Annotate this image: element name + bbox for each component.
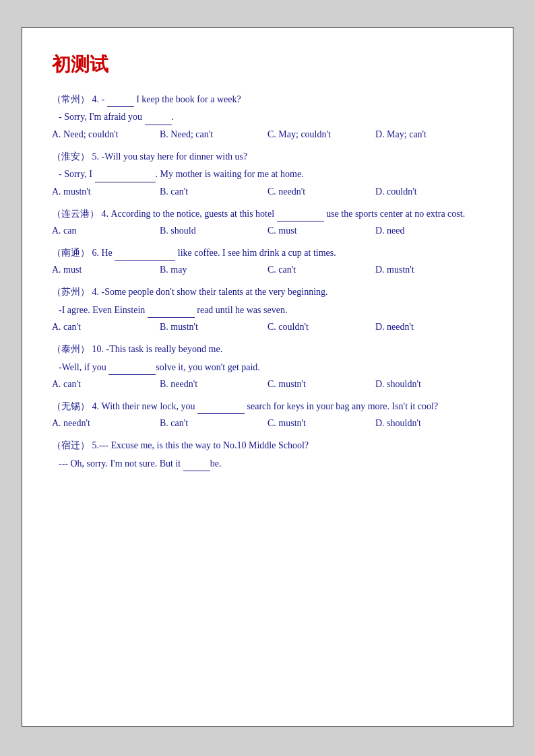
page-title: 初测试 [52, 52, 483, 77]
q6-opt-b: B. needn't [160, 379, 268, 390]
q2-number: 5. -Will you stay here for dinner with u… [92, 151, 248, 162]
q8-blank [183, 462, 210, 471]
q5-stem2: -I agree. Even Einstein read until he wa… [59, 303, 483, 318]
q7-opt-a: A. needn't [52, 418, 160, 429]
q3-opt-d: D. need [375, 226, 483, 236]
q1-opt-d: D. May; can't [375, 129, 483, 140]
q4-number: 6. He [92, 248, 115, 258]
q8-stem: （宿迁） 5.--- Excuse me, is this the way to… [52, 438, 483, 453]
q1-options: A. Need; couldn't B. Need; can't C. May;… [52, 129, 483, 140]
q6-region: （泰州） [52, 344, 90, 354]
q7-opt-d: D. shouldn't [375, 418, 483, 429]
q5-options: A. can't B. mustn't C. couldn't D. needn… [52, 322, 483, 333]
question-block-q5: （苏州） 4. -Some people don't show their ta… [52, 285, 483, 333]
q5-number: 4. -Some people don't show their talents… [92, 287, 328, 297]
q7-stem-end: search for keys in your bag any more. Is… [247, 401, 439, 411]
q6-number: 10. -This task is really beyond me. [92, 344, 223, 354]
q3-number: 4. According to the notice, guests at th… [102, 209, 277, 219]
q5-opt-b: B. mustn't [160, 322, 268, 333]
q5-blank [148, 308, 195, 318]
q5-opt-c: C. couldn't [268, 322, 375, 333]
q2-stem2: - Sorry, I . My mother is waiting for me… [59, 167, 483, 182]
q1-opt-b: B. Need; can't [160, 129, 268, 140]
q5-opt-a: A. can't [52, 322, 160, 333]
q8-region: （宿迁） [52, 440, 90, 450]
q4-opt-d: D. mustn't [375, 265, 483, 275]
q3-options: A. can B. should C. must D. need [52, 226, 483, 236]
q2-stem: （淮安） 5. -Will you stay here for dinner w… [52, 149, 483, 164]
q3-blank [277, 212, 324, 221]
question-block-q7: （无锡） 4. With their new lock, you search … [52, 399, 483, 429]
q1-opt-c: C. May; couldn't [268, 129, 375, 140]
q6-options: A. can't B. needn't C. mustn't D. should… [52, 379, 483, 390]
q6-stem: （泰州） 10. -This task is really beyond me. [52, 342, 483, 357]
q4-options: A. must B. may C. can't D. mustn't [52, 265, 483, 275]
q7-opt-b: B. can't [160, 418, 268, 429]
q5-region: （苏州） [52, 287, 90, 297]
q4-blank [115, 251, 175, 261]
q7-opt-c: C. mustn't [268, 418, 375, 429]
q4-stem-end: like coffee. I see him drink a cup at ti… [178, 248, 336, 258]
q7-number: 4. With their new lock, you [92, 401, 198, 411]
q1-number: 4. - [92, 94, 107, 104]
question-block-q8: （宿迁） 5.--- Excuse me, is this the way to… [52, 438, 483, 471]
q4-opt-c: C. can't [268, 265, 375, 275]
q1-stem2: - Sorry, I'm afraid you . [59, 110, 483, 125]
q6-stem2: -Well, if you solve it, you won't get pa… [59, 360, 483, 375]
q4-stem: （南通） 6. He like coffee. I see him drink … [52, 246, 483, 261]
q3-opt-a: A. can [52, 226, 160, 236]
q8-number: 5.--- Excuse me, is this the way to No.1… [92, 440, 309, 450]
question-block-q4: （南通） 6. He like coffee. I see him drink … [52, 246, 483, 275]
q2-opt-b: B. can't [160, 186, 268, 197]
q5-opt-d: D. needn't [375, 322, 483, 333]
q1-blank1 [107, 98, 134, 107]
question-block-q2: （淮安） 5. -Will you stay here for dinner w… [52, 149, 483, 197]
q1-stem: （常州） 4. - I keep the book for a week? [52, 92, 483, 107]
question-block-q1: （常州） 4. - I keep the book for a week? - … [52, 92, 483, 140]
question-block-q6: （泰州） 10. -This task is really beyond me.… [52, 342, 483, 390]
q7-blank [197, 405, 245, 414]
q6-opt-a: A. can't [52, 379, 160, 390]
q3-opt-c: C. must [268, 226, 375, 236]
q4-region: （南通） [52, 248, 90, 258]
q7-stem: （无锡） 4. With their new lock, you search … [52, 399, 483, 414]
question-block-q3: （连云港） 4. According to the notice, guests… [52, 207, 483, 236]
q1-stem-text: I keep the book for a week? [136, 94, 241, 104]
q7-options: A. needn't B. can't C. mustn't D. should… [52, 418, 483, 429]
q2-opt-a: A. mustn't [52, 186, 160, 197]
q6-opt-d: D. shouldn't [375, 379, 483, 390]
q1-blank2 [145, 116, 172, 125]
q1-region: （常州） [52, 94, 90, 104]
q4-opt-a: A. must [52, 265, 160, 275]
q8-stem2: --- Oh, sorry. I'm not sure. But it be. [59, 456, 483, 471]
q1-opt-a: A. Need; couldn't [52, 129, 160, 140]
q2-options: A. mustn't B. can't C. needn't D. couldn… [52, 186, 483, 197]
q4-opt-b: B. may [160, 265, 268, 275]
q3-stem: （连云港） 4. According to the notice, guests… [52, 207, 483, 221]
q2-opt-d: D. couldn't [375, 186, 483, 197]
q2-blank [95, 173, 156, 182]
q3-opt-b: B. should [160, 226, 268, 236]
q2-opt-c: C. needn't [268, 186, 375, 197]
q7-region: （无锡） [52, 401, 90, 411]
q5-stem: （苏州） 4. -Some people don't show their ta… [52, 285, 483, 300]
q6-blank [108, 366, 156, 375]
q3-region: （连云港） [52, 209, 99, 219]
q3-stem-end: use the sports center at no extra cost. [326, 209, 465, 219]
q6-opt-c: C. mustn't [268, 379, 375, 390]
page: 初测试 （常州） 4. - I keep the book for a week… [22, 27, 513, 727]
q2-region: （淮安） [52, 151, 90, 162]
